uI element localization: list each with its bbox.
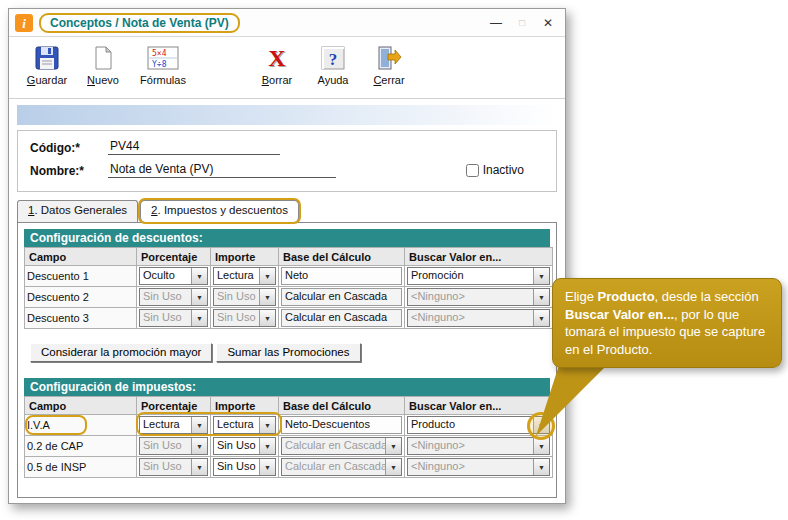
column-header-base: Base del Cálculo	[279, 248, 405, 266]
inactivo-label: Inactivo	[483, 163, 524, 177]
toolbar-button-guardar[interactable]: Guardar	[19, 41, 75, 86]
promotion-buttons: Considerar la promoción mayor Sumar las …	[24, 343, 550, 362]
cap-label: 0.2 de CAP	[25, 436, 137, 457]
column-header-buscar: Buscar Valor en...	[405, 248, 553, 266]
chevron-down-icon: ▼	[385, 459, 401, 475]
table-row: Descuento 3 Sin Uso▼ Sin Uso▼ Calcular e…	[25, 308, 553, 329]
iva-importe-select[interactable]: Lectura▼	[213, 416, 276, 434]
tab-datos-generales[interactable]: 1. Datos Generales	[17, 200, 138, 222]
conceptos-window: i Conceptos / Nota de Venta (PV) — □ ✕ G…	[8, 8, 566, 504]
toolbar-button-formulas[interactable]: 5×4Y÷8 Fórmulas	[131, 41, 195, 86]
new-document-icon	[89, 43, 117, 73]
chevron-down-icon: ▼	[259, 310, 275, 326]
toolbar-button-cerrar[interactable]: Cerrar	[361, 41, 417, 86]
table-row: Descuento 1 Oculto▼ Lectura▼ Neto Promoc…	[25, 266, 553, 287]
svg-text:5×4: 5×4	[152, 49, 167, 58]
cap-importe-select[interactable]: Sin Uso▼	[213, 437, 276, 455]
chevron-down-icon: ▼	[191, 417, 207, 433]
descuento-2-importe-select: Sin Uso▼	[213, 288, 276, 306]
descuento-3-porcentaje-select: Sin Uso▼	[139, 309, 208, 327]
descuento-1-porcentaje-select[interactable]: Oculto▼	[139, 267, 208, 285]
chevron-down-icon: ▼	[191, 268, 207, 284]
svg-text:?: ?	[329, 50, 338, 69]
maximize-button[interactable]: □	[509, 13, 535, 33]
cap-porcentaje-select: Sin Uso▼	[139, 437, 208, 455]
iva-label-cell: I.V.A	[25, 415, 137, 436]
impuestos-header-row: Campo Porcentaje Importe Base del Cálcul…	[25, 397, 553, 415]
nombre-label: Nombre:*	[30, 164, 108, 178]
minimize-button[interactable]: —	[483, 13, 509, 33]
descuento-1-label: Descuento 1	[25, 266, 137, 287]
iva-base-calculo: Neto-Descuentos	[281, 416, 402, 434]
descuento-1-buscar-valor-select[interactable]: Promoción▼	[407, 267, 550, 285]
chevron-down-icon: ▼	[259, 289, 275, 305]
impuestos-table: Campo Porcentaje Importe Base del Cálcul…	[24, 396, 553, 478]
insp-base-calculo-select: Calcular en Cascada▼	[281, 458, 402, 476]
table-row: Descuento 2 Sin Uso▼ Sin Uso▼ Calcular e…	[25, 287, 553, 308]
svg-text:X: X	[268, 45, 286, 71]
iva-porcentaje-select[interactable]: Lectura▼	[139, 416, 208, 434]
chevron-down-icon: ▼	[191, 289, 207, 305]
callout-bubble: Elige Producto, desde la sección Buscar …	[552, 278, 782, 368]
insp-label: 0.5 de INSP	[25, 457, 137, 478]
descuento-1-importe-select[interactable]: Lectura▼	[213, 267, 276, 285]
table-row: 0.5 de INSP Sin Uso▼ Sin Uso▼ Calcular e…	[25, 457, 553, 478]
window-title: Conceptos / Nota de Venta (PV)	[39, 13, 240, 33]
tab-panel: Configuración de descuentos: Campo Porce…	[17, 222, 557, 498]
considerar-promocion-button[interactable]: Considerar la promoción mayor	[30, 343, 212, 362]
chevron-down-icon: ▼	[259, 268, 275, 284]
descuento-3-label: Descuento 3	[25, 308, 137, 329]
column-header-campo: Campo	[25, 397, 137, 415]
column-header-porcentaje: Porcentaje	[137, 248, 211, 266]
chevron-down-icon: ▼	[191, 438, 207, 454]
tab-strip: 1. Datos Generales 2. Impuestos y descue…	[17, 200, 565, 222]
inactivo-field: Inactivo	[466, 163, 524, 177]
descuentos-section-header: Configuración de descuentos:	[24, 229, 550, 247]
table-row: 0.2 de CAP Sin Uso▼ Sin Uso▼ Calcular en…	[25, 436, 553, 457]
tab-impuestos-descuentos[interactable]: 2. Impuestos y descuentos	[140, 200, 299, 222]
descuento-2-buscar-valor-select: <Ninguno>▼	[407, 288, 550, 306]
help-icon: ?	[319, 43, 347, 73]
insp-porcentaje-select: Sin Uso▼	[139, 458, 208, 476]
chevron-down-icon: ▼	[259, 459, 275, 475]
descuento-2-porcentaje-select: Sin Uso▼	[139, 288, 208, 306]
descuento-3-base-calculo: Calcular en Cascada	[281, 309, 402, 327]
table-row: I.V.A Lectura▼ Lectura▼ Neto-Descuentos …	[25, 415, 553, 436]
descuentos-header-row: Campo Porcentaje Importe Base del Cálcul…	[25, 248, 553, 266]
toolbar-button-nuevo[interactable]: Nuevo	[75, 41, 131, 86]
descuento-2-base-calculo: Calcular en Cascada	[281, 288, 402, 306]
app-logo-icon: i	[15, 14, 33, 32]
chevron-down-icon: ▼	[533, 289, 549, 305]
column-header-base: Base del Cálculo	[279, 397, 405, 415]
chevron-down-icon: ▼	[191, 310, 207, 326]
column-header-porcentaje: Porcentaje	[137, 397, 211, 415]
column-header-campo: Campo	[25, 248, 137, 266]
descuento-1-base-calculo: Neto	[281, 267, 402, 285]
descuento-2-label: Descuento 2	[25, 287, 137, 308]
nombre-input[interactable]: Nota de Venta (PV)	[108, 162, 336, 178]
insp-buscar-valor-select: <Ninguno>▼	[407, 458, 550, 476]
close-button[interactable]: ✕	[535, 13, 561, 33]
codigo-label: Código:*	[30, 141, 108, 155]
title-bar: i Conceptos / Nota de Venta (PV) — □ ✕	[9, 9, 565, 37]
section-header-strip	[17, 105, 557, 125]
concept-form: Código:* PV44 Nombre:* Nota de Venta (PV…	[17, 130, 557, 192]
toolbar-button-borrar[interactable]: XX Borrar	[249, 41, 305, 86]
chevron-down-icon: ▼	[533, 459, 549, 475]
formulas-icon: 5×4Y÷8	[146, 43, 180, 73]
callout-text: Elige Producto, desde la sección Buscar …	[565, 289, 765, 357]
svg-text:Y÷8: Y÷8	[152, 60, 167, 69]
chevron-down-icon: ▼	[533, 438, 549, 454]
toolbar-button-ayuda[interactable]: ? Ayuda	[305, 41, 361, 86]
codigo-input[interactable]: PV44	[108, 139, 280, 155]
sumar-promociones-button[interactable]: Sumar las Promociones	[216, 343, 360, 362]
exit-icon	[375, 43, 403, 73]
inactivo-checkbox[interactable]	[466, 164, 479, 177]
descuento-3-buscar-valor-select: <Ninguno>▼	[407, 309, 550, 327]
chevron-down-icon: ▼	[259, 438, 275, 454]
impuestos-section-header: Configuración de impuestos:	[24, 378, 550, 396]
chevron-down-icon: ▼	[259, 417, 275, 433]
insp-importe-select[interactable]: Sin Uso▼	[213, 458, 276, 476]
column-header-importe: Importe	[211, 397, 279, 415]
descuento-3-importe-select: Sin Uso▼	[213, 309, 276, 327]
